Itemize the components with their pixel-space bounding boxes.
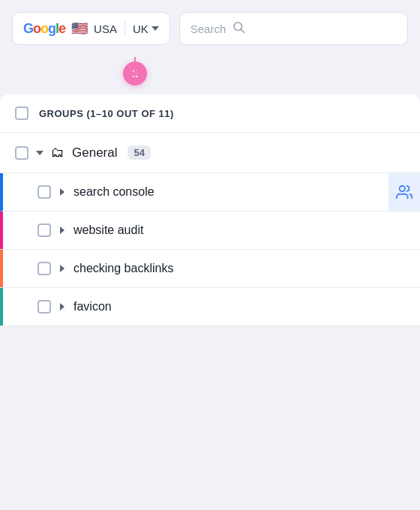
color-stripe-teal [0, 288, 3, 326]
badge-vertical-line [134, 57, 136, 80]
locale-selector[interactable]: Google 🇺🇸 USA UK [12, 12, 170, 45]
vertical-divider [124, 21, 125, 36]
general-checkbox[interactable] [15, 146, 28, 160]
badge-area: 1 [0, 57, 420, 94]
folder-icon: 🗂 [51, 145, 64, 160]
color-stripe-orange [0, 250, 3, 287]
chevron-right-icon-3[interactable] [60, 303, 64, 310]
country-flag: 🇺🇸 [71, 20, 88, 37]
general-group-row[interactable]: 🗂 General 54 [0, 133, 420, 173]
sub-checkbox-0[interactable] [38, 185, 51, 199]
chevron-down-icon [152, 26, 159, 31]
sub-checkbox-1[interactable] [38, 224, 51, 237]
top-bar: Google 🇺🇸 USA UK Search [0, 0, 420, 57]
region-label: UK [133, 22, 148, 35]
region-selector[interactable]: UK [133, 22, 159, 35]
country-label: USA [94, 22, 117, 35]
sub-item-name-3: favicon [74, 300, 112, 314]
groups-checkbox[interactable] [15, 106, 28, 120]
google-logo: Google [23, 21, 65, 37]
general-group-count: 54 [128, 146, 150, 160]
color-stripe-pink [0, 212, 3, 249]
sub-checkbox-2[interactable] [38, 262, 51, 275]
user-group-icon-button[interactable] [388, 173, 420, 211]
list-item[interactable]: search console [0, 173, 420, 212]
list-item[interactable]: website audit [0, 212, 420, 250]
search-icon [232, 20, 245, 37]
chevron-right-icon-0[interactable] [60, 188, 64, 196]
svg-line-1 [242, 29, 244, 32]
chevron-down-icon[interactable] [36, 151, 44, 155]
sub-item-name-2: checking backlinks [74, 262, 173, 275]
main-content: GROUPS (1–10 OUT OF 11) 🗂 General 54 sea… [0, 94, 420, 326]
chevron-right-icon-1[interactable] [60, 226, 64, 234]
sub-checkbox-3[interactable] [38, 300, 51, 314]
chevron-right-icon-2[interactable] [60, 265, 64, 272]
search-box[interactable]: Search [179, 12, 408, 45]
groups-title: GROUPS (1–10 OUT OF 11) [39, 108, 174, 119]
groups-header: GROUPS (1–10 OUT OF 11) [0, 94, 420, 133]
svg-point-2 [400, 186, 405, 191]
search-placeholder-text: Search [190, 22, 226, 35]
sub-item-name-1: website audit [74, 224, 143, 237]
general-group-name: General [72, 146, 117, 160]
sub-item-name-0: search console [74, 185, 154, 199]
list-item[interactable]: favicon [0, 288, 420, 326]
list-item[interactable]: checking backlinks [0, 250, 420, 288]
